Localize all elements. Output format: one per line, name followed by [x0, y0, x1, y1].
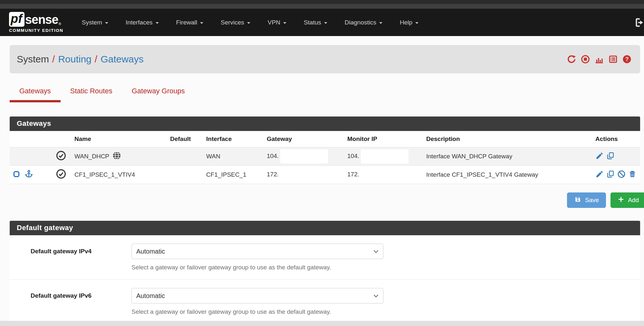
- col-default: Default: [168, 131, 204, 147]
- col-monitor-ip: Monitor IP: [345, 131, 424, 147]
- menu-help[interactable]: Help: [391, 15, 427, 30]
- menu-system[interactable]: System: [73, 15, 117, 30]
- default-gateway-ipv4-help: Select a gateway or failover gateway gro…: [131, 264, 383, 271]
- gateways-panel-title: Gateways: [10, 116, 640, 131]
- default-gateway-ipv4-select[interactable]: Automatic: [131, 244, 383, 259]
- breadcrumb-gateways-link[interactable]: Gateways: [101, 54, 143, 65]
- redacted-value: [280, 168, 328, 182]
- save-icon: [574, 196, 582, 205]
- chart-bar-icon[interactable]: [594, 54, 604, 64]
- gateway-ip: 104.: [267, 153, 279, 159]
- logo-edition: COMMUNITY EDITION: [9, 28, 63, 33]
- default-gateway-panel: Default gateway Default gateway IPv4 Aut…: [10, 221, 640, 326]
- default-gateway-ipv4-row: Default gateway IPv4 Automatic Select a …: [10, 244, 640, 279]
- breadcrumb-routing-link[interactable]: Routing: [58, 54, 91, 65]
- breadcrumb-system: System: [17, 54, 49, 65]
- top-navbar: pf sense ® COMMUNITY EDITION System Inte…: [0, 9, 644, 36]
- chevron-down-icon: [415, 22, 418, 24]
- refresh-icon[interactable]: [567, 54, 576, 64]
- monitor-ip: 172.: [347, 171, 359, 178]
- square-icon: [12, 170, 21, 180]
- list-icon[interactable]: [608, 54, 618, 64]
- gateway-interface: WAN: [204, 147, 264, 166]
- sign-out-icon[interactable]: [634, 17, 644, 28]
- tab-gateways[interactable]: Gateways: [10, 87, 61, 102]
- table-row: CF1_IPSEC_1_VTIV4 CF1_IPSEC_1 172. 172. …: [10, 166, 640, 184]
- breadcrumb-separator: /: [52, 54, 55, 65]
- tab-gateway-groups[interactable]: Gateway Groups: [122, 87, 195, 102]
- gateway-interface: CF1_IPSEC_1: [204, 166, 264, 184]
- table-row: WAN_DHCP WAN: [10, 147, 640, 166]
- table-header-row: Name Default Interface Gateway Monitor I…: [10, 131, 640, 147]
- chevron-down-icon: [105, 22, 108, 24]
- col-name: Name: [72, 131, 168, 147]
- chevron-down-icon: [247, 22, 250, 24]
- menu-status[interactable]: Status: [295, 15, 336, 30]
- pfsense-logo[interactable]: pf sense ® COMMUNITY EDITION: [9, 12, 63, 33]
- default-gateway-ipv6-help: Select a gateway or failover gateway gro…: [131, 308, 383, 315]
- svg-text:?: ?: [625, 56, 629, 62]
- copy-icon[interactable]: [606, 170, 615, 178]
- default-gateway-ipv6-label: Default gateway IPv6: [31, 288, 122, 299]
- stop-icon[interactable]: [581, 54, 590, 64]
- col-actions: Actions: [593, 131, 640, 147]
- menu-vpn[interactable]: VPN: [259, 15, 295, 30]
- default-gateway-ipv6-row: Default gateway IPv6 Automatic Select a …: [10, 288, 640, 324]
- logo-pf: pf: [9, 12, 24, 27]
- redacted-value: [280, 149, 328, 163]
- gateway-name: WAN_DHCP: [74, 153, 109, 160]
- window-title-strip: [0, 4, 644, 9]
- add-button[interactable]: Add: [610, 192, 644, 208]
- window-top-strip: [0, 0, 644, 4]
- delete-icon[interactable]: [628, 170, 637, 178]
- gateway-default: [168, 147, 204, 166]
- default-gateway-panel-title: Default gateway: [10, 221, 640, 235]
- gateway-default: [168, 166, 204, 184]
- chevron-down-icon: [379, 22, 382, 24]
- status-enabled-icon: [56, 174, 66, 181]
- chevron-down-icon: [324, 22, 327, 24]
- gateway-description: Interface CF1_IPSEC_1_VTIV4 Gateway: [424, 166, 593, 184]
- form-buttons: Save Add: [10, 192, 644, 208]
- divider: [10, 279, 640, 280]
- main-menu: System Interfaces Firewall Services VPN …: [73, 15, 427, 30]
- default-gateway-ipv6-select[interactable]: Automatic: [131, 288, 383, 303]
- help-icon[interactable]: ?: [622, 54, 632, 64]
- edit-icon[interactable]: [595, 152, 604, 160]
- routing-tabs: Gateways Static Routes Gateway Groups: [10, 87, 644, 102]
- status-enabled-icon: [56, 155, 66, 162]
- col-gateway: Gateway: [264, 131, 345, 147]
- gateway-name: CF1_IPSEC_1_VTIV4: [72, 166, 168, 184]
- disable-icon[interactable]: [617, 170, 626, 178]
- default-gateway-ipv4-label: Default gateway IPv4: [31, 244, 122, 255]
- col-description: Description: [424, 131, 593, 147]
- menu-services[interactable]: Services: [212, 15, 259, 30]
- tab-static-routes[interactable]: Static Routes: [61, 87, 122, 102]
- gateways-panel: Gateways Name Default Interface Gateway …: [10, 116, 640, 184]
- globe-icon: [112, 151, 121, 162]
- menu-diagnostics[interactable]: Diagnostics: [336, 15, 391, 30]
- gateways-table: Name Default Interface Gateway Monitor I…: [10, 131, 640, 184]
- chevron-down-icon: [283, 22, 286, 24]
- monitor-ip: 104.: [347, 153, 359, 159]
- gateway-ip: 172.: [267, 171, 279, 178]
- logo-sense: sense: [25, 13, 58, 27]
- menu-firewall[interactable]: Firewall: [168, 15, 212, 30]
- copy-icon[interactable]: [606, 152, 615, 160]
- redacted-value: [361, 149, 409, 163]
- anchor-icon: [24, 169, 34, 180]
- menu-interfaces[interactable]: Interfaces: [117, 15, 167, 30]
- col-select: [10, 131, 53, 147]
- save-button[interactable]: Save: [567, 192, 606, 208]
- chevron-down-icon: [200, 22, 203, 24]
- page-action-icons: ?: [567, 54, 632, 64]
- gateway-description: Interface WAN_DHCP Gateway: [424, 147, 593, 166]
- redacted-value: [361, 168, 409, 182]
- edit-icon[interactable]: [595, 170, 604, 178]
- chevron-down-icon: [156, 22, 159, 24]
- logo-registered-mark: ®: [59, 22, 61, 27]
- plus-icon: [618, 196, 624, 204]
- breadcrumb-separator: /: [95, 54, 97, 65]
- col-interface: Interface: [204, 131, 264, 147]
- col-status: [53, 131, 72, 147]
